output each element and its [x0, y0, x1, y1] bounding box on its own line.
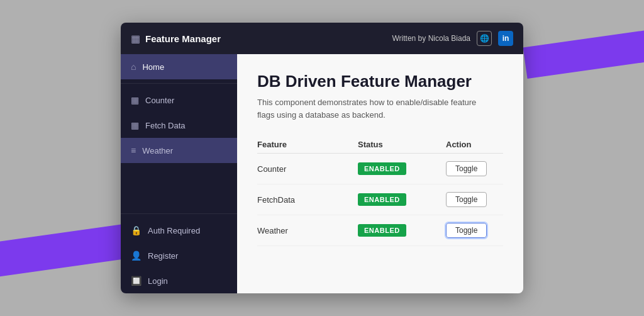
- lock-icon: 🔒: [131, 225, 142, 235]
- counter-icon: ▦: [131, 95, 139, 105]
- app-body: ⌂ Home ▦ Counter ▦ Fetch Data ≡ Weather …: [121, 54, 523, 293]
- login-icon: 🔲: [131, 276, 142, 286]
- app-title: Feature Manager: [145, 33, 392, 44]
- top-bar-right: Written by Nicola Biada 🌐 in: [392, 31, 514, 46]
- sidebar-item-label: Weather: [142, 146, 173, 155]
- toggle-button[interactable]: Toggle: [446, 192, 487, 207]
- cell-status: ENABLED: [358, 215, 446, 246]
- sidebar-item-home[interactable]: ⌂ Home: [121, 54, 237, 79]
- sidebar-item-label: Auth Required: [148, 226, 200, 235]
- weather-icon: ≡: [131, 145, 136, 155]
- sidebar-item-register[interactable]: 👤 Register: [121, 243, 237, 268]
- col-header-feature: Feature: [257, 136, 358, 154]
- sidebar-item-login[interactable]: 🔲 Login: [121, 268, 237, 293]
- toggle-button[interactable]: Toggle: [446, 161, 487, 176]
- table-row: WeatherENABLEDToggle: [257, 215, 503, 246]
- table-row: FetchDataENABLEDToggle: [257, 184, 503, 215]
- sidebar-item-label: Home: [142, 62, 164, 72]
- toggle-button[interactable]: Toggle: [446, 223, 487, 238]
- cell-action: Toggle: [446, 154, 503, 184]
- home-icon: ⌂: [131, 62, 136, 72]
- cell-action: Toggle: [446, 184, 503, 215]
- cell-feature: Counter: [257, 154, 358, 184]
- sidebar-item-label: Login: [148, 276, 168, 286]
- cell-action: Toggle: [446, 215, 503, 246]
- status-badge: ENABLED: [358, 162, 406, 175]
- globe-icon[interactable]: 🌐: [477, 31, 492, 46]
- page-title: DB Driven Feature Manager: [257, 72, 503, 91]
- status-badge: ENABLED: [358, 193, 406, 206]
- feature-table: Feature Status Action CounterENABLEDTogg…: [257, 136, 503, 246]
- sidebar-item-label: Fetch Data: [145, 121, 186, 130]
- sidebar-divider-1: [121, 83, 237, 84]
- status-badge: ENABLED: [358, 224, 406, 237]
- col-header-status: Status: [358, 136, 446, 154]
- written-by-label: Written by Nicola Biada: [392, 34, 471, 43]
- sidebar-item-auth-required[interactable]: 🔒 Auth Required: [121, 218, 237, 243]
- cell-feature: FetchData: [257, 184, 358, 215]
- linkedin-icon[interactable]: in: [498, 31, 513, 46]
- app-window: ▦ Feature Manager Written by Nicola Biad…: [121, 23, 523, 293]
- app-logo-icon: ▦: [131, 33, 140, 45]
- sidebar-item-weather[interactable]: ≡ Weather: [121, 138, 237, 163]
- sidebar-item-label: Counter: [145, 96, 174, 105]
- sidebar-item-counter[interactable]: ▦ Counter: [121, 87, 237, 113]
- top-bar: ▦ Feature Manager Written by Nicola Biad…: [121, 23, 523, 54]
- sidebar: ⌂ Home ▦ Counter ▦ Fetch Data ≡ Weather …: [121, 54, 237, 293]
- sidebar-item-label: Register: [148, 251, 178, 261]
- col-header-action: Action: [446, 136, 503, 154]
- fetch-data-icon: ▦: [131, 120, 139, 130]
- cell-status: ENABLED: [358, 154, 446, 184]
- cell-feature: Weather: [257, 215, 358, 246]
- main-content: DB Driven Feature Manager This component…: [237, 54, 523, 293]
- cell-status: ENABLED: [358, 184, 446, 215]
- sidebar-item-fetch-data[interactable]: ▦ Fetch Data: [121, 113, 237, 138]
- register-icon: 👤: [131, 251, 142, 261]
- decorative-band-top: [523, 28, 644, 79]
- page-description: This component demonstrates how to enabl…: [257, 96, 484, 121]
- table-row: CounterENABLEDToggle: [257, 154, 503, 184]
- sidebar-divider-2: [121, 213, 237, 214]
- sidebar-spacer: [121, 163, 237, 210]
